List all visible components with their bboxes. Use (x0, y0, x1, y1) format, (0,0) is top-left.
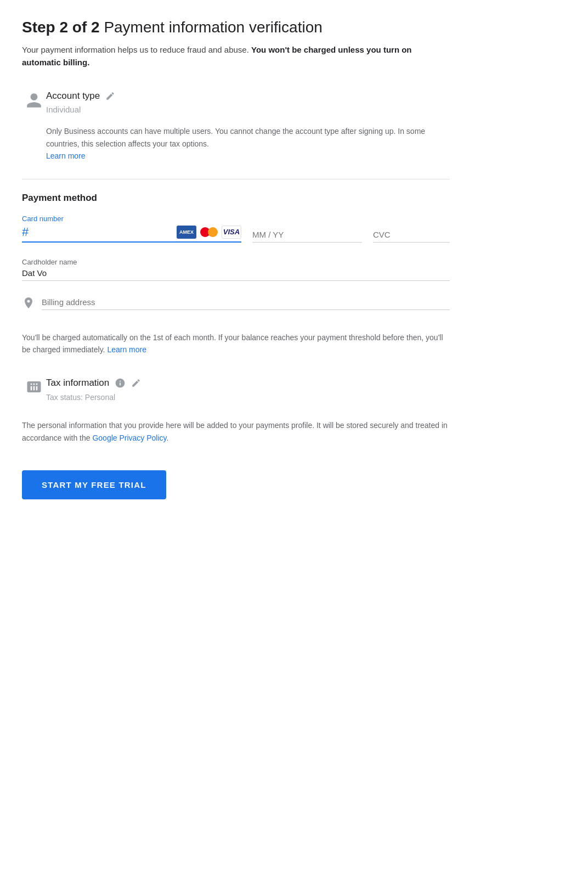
card-number-group: Card number # AMEX VI (22, 215, 241, 243)
tax-header: Tax information (46, 378, 450, 389)
account-type-edit-icon[interactable] (105, 91, 115, 101)
divider-1 (22, 179, 450, 179)
tax-status: Tax status: Personal (46, 393, 450, 402)
account-type-content: Account type Individual Only Business ac… (46, 91, 450, 165)
card-input-wrapper: # AMEX VISA (22, 225, 241, 243)
payment-fields: Card number # AMEX VI (22, 215, 450, 312)
card-row: Card number # AMEX VI (22, 215, 450, 243)
billing-address-input[interactable] (42, 297, 450, 307)
charge-notice: You'll be charged automatically on the 1… (22, 331, 450, 356)
card-number-label: Card number (22, 215, 241, 223)
payment-method-title: Payment method (22, 193, 450, 204)
account-type-title: Account type (46, 91, 100, 102)
card-brands: AMEX VISA (177, 226, 241, 239)
account-type-note: Only Business accounts can have multiple… (46, 125, 450, 162)
amex-icon: AMEX (177, 226, 196, 239)
billing-address-row (22, 296, 450, 312)
billing-input-wrapper (42, 297, 450, 310)
account-type-learn-more-link[interactable]: Learn more (46, 151, 86, 160)
cardholder-name-input[interactable] (22, 268, 450, 278)
tax-info-title: Tax information (46, 378, 109, 389)
cardholder-input-wrapper (22, 268, 450, 281)
account-type-value: Individual (46, 105, 450, 114)
cvc-group (373, 230, 450, 243)
privacy-notice: The personal information that you provid… (22, 419, 450, 444)
expiry-input-wrapper (252, 230, 362, 243)
info-icon[interactable] (115, 378, 126, 389)
expiry-group (252, 230, 362, 243)
account-type-section: Account type Individual Only Business ac… (22, 91, 450, 165)
page-container: Step 2 of 2 Payment information verifica… (0, 0, 472, 532)
account-icon (22, 92, 46, 109)
card-hash-icon: # (22, 225, 29, 239)
start-free-trial-button[interactable]: START MY FREE TRIAL (22, 470, 166, 499)
google-privacy-policy-link[interactable]: Google Privacy Policy (92, 434, 166, 442)
expiry-input[interactable] (252, 230, 362, 239)
payment-method-section: Payment method Card number # AMEX (22, 193, 450, 312)
tax-content: Tax information Tax status: Personal (46, 378, 450, 402)
charge-learn-more-link[interactable]: Learn more (107, 345, 146, 354)
location-pin-icon (22, 296, 35, 312)
tax-information-section: Tax information Tax status: Personal (22, 378, 450, 402)
account-type-header: Account type (46, 91, 450, 102)
visa-icon: VISA (222, 226, 241, 239)
page-title: Step 2 of 2 Payment information verifica… (22, 18, 450, 37)
tax-icon (22, 379, 46, 395)
cardholder-label: Cardholder name (22, 258, 450, 266)
cvc-input-wrapper (373, 230, 450, 243)
card-number-input[interactable] (35, 227, 172, 237)
tax-edit-icon[interactable] (131, 378, 141, 388)
mastercard-icon (198, 226, 220, 239)
cardholder-group: Cardholder name (22, 258, 450, 281)
page-subtitle: Your payment information helps us to red… (22, 44, 450, 69)
cvc-input[interactable] (373, 230, 450, 239)
